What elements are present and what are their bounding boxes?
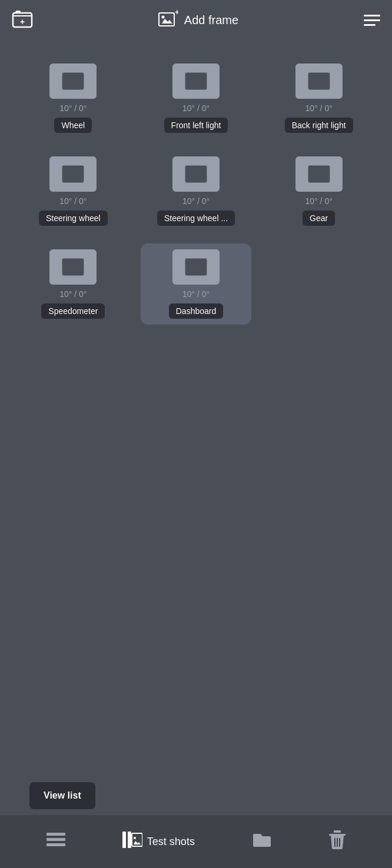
item-angle-6: 10° / 0° <box>305 196 333 206</box>
header: + + Add frame <box>0 0 392 40</box>
svg-rect-2 <box>159 13 174 26</box>
image-thumbnail-3 <box>295 64 343 99</box>
svg-rect-7 <box>185 73 207 90</box>
item-label-7: Speedometer <box>41 303 105 319</box>
item-label-5: Steering wheel ... <box>157 211 235 226</box>
image-thumbnail-1 <box>49 64 97 99</box>
item-angle-2: 10° / 0° <box>182 104 210 113</box>
svg-rect-5 <box>62 73 84 90</box>
bottom-navigation: Test shots <box>0 815 392 868</box>
image-thumbnail-6 <box>295 156 343 192</box>
item-label-1: Wheel <box>54 118 92 133</box>
item-label-3: Back right light <box>285 118 353 133</box>
image-thumbnail-7 <box>49 249 97 285</box>
svg-rect-9 <box>308 73 330 90</box>
grid-item-8[interactable]: 10° / 0° Dashboard <box>141 243 252 325</box>
list-icon <box>46 832 65 852</box>
grid-item-6[interactable]: 10° / 0° Gear <box>263 151 374 232</box>
header-left: + <box>12 8 33 32</box>
grid-item-3[interactable]: 10° / 0° Back right light <box>263 58 374 139</box>
svg-rect-29 <box>334 830 341 833</box>
new-folder-button[interactable]: + <box>12 8 33 32</box>
item-label-4: Steering wheel <box>39 211 108 226</box>
svg-rect-13 <box>185 166 207 183</box>
svg-rect-19 <box>185 259 207 276</box>
svg-point-8 <box>190 76 193 80</box>
svg-point-16 <box>312 169 315 173</box>
svg-point-20 <box>190 262 193 266</box>
svg-rect-23 <box>46 843 65 846</box>
shots-icon <box>122 832 142 852</box>
svg-text:+: + <box>175 10 178 16</box>
item-angle-1: 10° / 0° <box>59 104 87 113</box>
item-angle-5: 10° / 0° <box>182 196 210 206</box>
svg-rect-17 <box>62 259 84 276</box>
svg-point-12 <box>67 169 70 173</box>
svg-point-10 <box>312 76 315 80</box>
svg-rect-21 <box>46 833 65 836</box>
add-frame-label: Add frame <box>184 14 238 27</box>
nav-item-folder[interactable] <box>252 832 272 852</box>
svg-text:+: + <box>20 17 25 26</box>
grid-item-1[interactable]: 10° / 0° Wheel <box>18 58 129 139</box>
svg-rect-11 <box>62 166 84 183</box>
svg-rect-24 <box>122 832 126 848</box>
view-list-button[interactable]: View list <box>29 782 95 809</box>
svg-point-6 <box>67 76 70 80</box>
item-angle-7: 10° / 0° <box>59 289 87 299</box>
svg-point-27 <box>134 837 136 839</box>
menu-button[interactable] <box>364 15 380 26</box>
svg-point-3 <box>161 16 164 19</box>
add-frame-icon: + <box>158 10 178 30</box>
item-label-8: Dashboard <box>169 303 224 319</box>
svg-rect-28 <box>329 834 346 836</box>
grid-item-2[interactable]: 10° / 0° Front left light <box>141 58 252 139</box>
svg-point-14 <box>190 169 193 173</box>
svg-point-18 <box>67 262 70 266</box>
item-angle-4: 10° / 0° <box>59 196 87 206</box>
image-thumbnail-2 <box>172 64 220 99</box>
image-thumbnail-4 <box>49 156 97 192</box>
image-thumbnail-8 <box>172 249 220 285</box>
svg-rect-25 <box>128 832 131 848</box>
grid-item-4[interactable]: 10° / 0° Steering wheel <box>18 151 129 232</box>
image-thumbnail-5 <box>172 156 220 192</box>
nav-item-shots[interactable]: Test shots <box>122 832 195 852</box>
shots-label: Test shots <box>147 836 195 848</box>
nav-item-list[interactable] <box>46 832 65 852</box>
item-angle-8: 10° / 0° <box>182 289 210 299</box>
image-grid: 10° / 0° Wheel 10° / 0° Front left light <box>0 40 392 330</box>
item-angle-3: 10° / 0° <box>305 104 333 113</box>
item-label-6: Gear <box>303 211 335 226</box>
header-center: + Add frame <box>158 10 238 30</box>
svg-rect-22 <box>46 838 65 841</box>
nav-item-delete[interactable] <box>329 830 346 853</box>
svg-rect-15 <box>308 166 330 183</box>
grid-item-7[interactable]: 10° / 0° Speedometer <box>18 243 129 325</box>
item-label-2: Front left light <box>164 118 228 133</box>
delete-icon <box>329 830 346 853</box>
grid-item-5[interactable]: 10° / 0° Steering wheel ... <box>141 151 252 232</box>
folder-icon <box>252 832 272 852</box>
